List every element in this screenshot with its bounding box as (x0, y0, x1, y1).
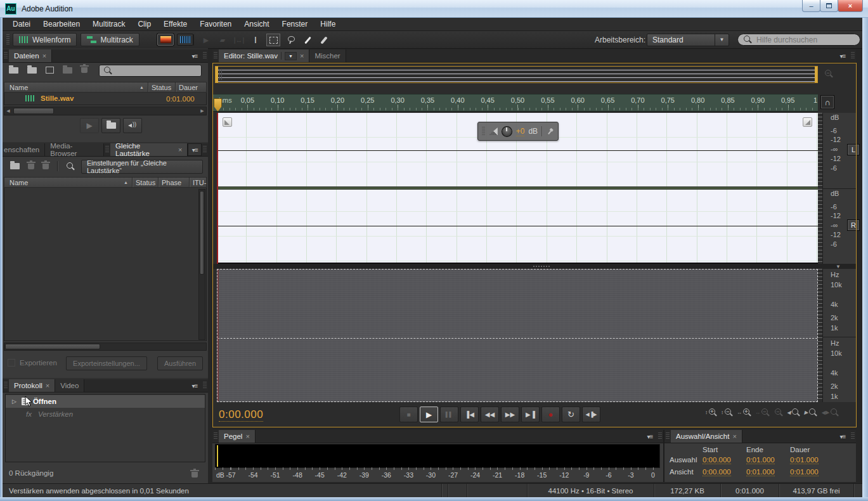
spectral-display-button[interactable] (157, 34, 174, 46)
waveform-display-button[interactable] (177, 34, 193, 46)
close-tab-icon[interactable]: × (245, 433, 249, 439)
overview-right-handle[interactable] (815, 67, 817, 82)
spectral-display[interactable] (217, 269, 818, 402)
tab-auswahl-ansicht[interactable]: Auswahl/Ansicht× (671, 430, 742, 443)
waveform-view-button[interactable]: Wellenform (13, 33, 77, 46)
channel-divider[interactable] (217, 187, 818, 189)
time-display[interactable]: 0:00.000 (219, 408, 263, 422)
panel-grip[interactable] (851, 433, 855, 440)
column-status[interactable]: Status (133, 179, 158, 186)
menu-item[interactable]: Clip (131, 18, 157, 30)
scan-icon[interactable] (66, 162, 74, 171)
spot-healing-brush-tool[interactable] (318, 34, 330, 46)
scrollbar-thumb[interactable] (13, 108, 54, 114)
overview-grip[interactable] (219, 69, 223, 80)
panel-grip[interactable] (851, 52, 855, 60)
column-itu[interactable]: ITU- (190, 179, 206, 186)
loop-playback-button[interactable]: ↻ (562, 407, 580, 422)
zoom-in-selection-left-button[interactable]: ◀ (787, 408, 800, 417)
open-file-icon[interactable] (9, 67, 18, 74)
panel-grip[interactable] (4, 382, 8, 389)
tab-video[interactable]: Video (55, 379, 84, 392)
panel-grip[interactable] (658, 433, 662, 440)
play-button[interactable]: ▶ (420, 407, 438, 422)
panel-menu-icon[interactable]: ▾≡ (188, 49, 202, 62)
match-vscrollbar[interactable] (198, 189, 205, 340)
volume-value[interactable]: +0 (516, 127, 525, 136)
close-tab-icon[interactable]: × (732, 433, 736, 439)
selection-start-value[interactable]: 0:00.000 (703, 468, 731, 476)
new-content-icon[interactable] (46, 67, 54, 74)
close-tab-icon[interactable]: × (178, 146, 182, 153)
column-dauer[interactable]: Dauer (176, 84, 206, 91)
files-search[interactable] (99, 65, 202, 77)
zoom-in-time-button[interactable]: ↔+ (737, 408, 751, 417)
time-selection-tool-icon[interactable]: I (250, 34, 261, 46)
column-status[interactable]: Status (148, 84, 175, 91)
column-name[interactable]: Name (4, 179, 120, 186)
editor-dropdown-icon[interactable]: ▼ (285, 52, 297, 60)
pin-icon[interactable] (544, 126, 555, 137)
skip-to-start-button[interactable]: ▐◀ (460, 407, 479, 422)
record-button[interactable]: ● (541, 407, 560, 422)
zoom-out-amplitude-button[interactable]: ↕− (721, 408, 732, 417)
files-hscrollbar[interactable]: ◀ ▶ (4, 107, 207, 115)
panel-grip[interactable] (4, 52, 8, 60)
marquee-selection-tool[interactable] (266, 34, 280, 46)
tab-eigenschaften[interactable]: enschaften (3, 143, 45, 156)
menu-item[interactable]: Hilfe (314, 18, 342, 30)
tab-dateien[interactable]: Dateien× (9, 49, 52, 62)
import-file-icon[interactable] (27, 67, 37, 74)
files-autoplay-button[interactable] (123, 118, 142, 133)
selection-end-value[interactable]: 0:01.000 (746, 456, 775, 464)
selection-duration-value[interactable]: 0:01.000 (790, 456, 819, 464)
skip-selection-button[interactable]: ◀▐▶ (582, 407, 600, 422)
tab-gleiche-lautstaerke[interactable]: Gleiche Lautstärke× (110, 143, 188, 156)
zoom-in-amplitude-button[interactable]: ↕+ (705, 408, 716, 417)
selection-start-value[interactable]: 0:00.000 (703, 456, 731, 464)
selection-duration-value[interactable]: 0:01.000 (790, 468, 819, 476)
column-name[interactable]: Name (4, 84, 136, 91)
paintbrush-selection-tool[interactable] (302, 34, 313, 46)
scrollbar-thumb[interactable] (200, 191, 204, 275)
selection-end-value[interactable]: 0:01.000 (746, 468, 775, 476)
menu-item[interactable]: Effekte (157, 18, 193, 30)
panel-menu-icon[interactable]: ▾≡ (836, 430, 850, 443)
playhead-line[interactable] (217, 113, 218, 264)
match-settings-button[interactable]: Einstellungen für „Gleiche Lautstärke“ (81, 160, 203, 174)
panel-menu-icon[interactable]: ▾≡ (188, 379, 202, 392)
panel-grip[interactable] (105, 146, 109, 153)
left-channel-badge[interactable]: L (847, 144, 860, 155)
match-hscrollbar[interactable] (4, 342, 207, 351)
close-tab-icon[interactable]: × (46, 382, 49, 389)
timeline-ruler[interactable]: hms 0,050,100,150,200,250,300,350,400,45… (213, 94, 818, 112)
help-search[interactable] (737, 34, 860, 46)
overview-navigator[interactable] (215, 66, 818, 83)
history-entry-verstaerken[interactable]: fx Verstärken (6, 408, 205, 420)
minimize-button[interactable]: – (802, 0, 820, 12)
level-meter[interactable] (215, 444, 660, 468)
multitrack-view-button[interactable]: Multitrack (81, 33, 139, 46)
panel-grip[interactable] (203, 52, 207, 60)
lasso-selection-tool[interactable] (285, 34, 297, 46)
menu-item[interactable]: Ansicht (238, 18, 275, 30)
tab-media-browser[interactable]: Media-Browser (45, 143, 104, 156)
files-search-input[interactable] (115, 67, 191, 75)
tab-pegel[interactable]: Pegel× (219, 430, 256, 443)
titlebar[interactable]: Au Adobe Audition – × (0, 0, 868, 18)
menu-item[interactable]: Favoriten (193, 18, 238, 30)
fade-out-handle[interactable] (803, 117, 812, 127)
volume-knob[interactable] (502, 126, 512, 137)
snap-magnet-button[interactable]: ∩ (820, 95, 834, 109)
right-channel-badge[interactable]: R (847, 219, 860, 231)
menu-item[interactable]: Multitrack (86, 18, 131, 30)
history-expand-icon[interactable]: ▷ (12, 398, 16, 405)
toolbar-grip[interactable] (6, 34, 10, 46)
rewind-button[interactable]: ◀◀ (481, 407, 499, 422)
tab-editor[interactable]: Editor: Stille.wav ▼ × (219, 49, 309, 62)
fast-forward-button[interactable]: ▶▶ (501, 407, 519, 422)
menu-item[interactable]: Datei (6, 18, 37, 30)
add-files-icon[interactable] (10, 163, 20, 169)
volume-hud[interactable]: +0 dB (477, 122, 559, 141)
file-row-stille[interactable]: Stille.wav (25, 94, 74, 102)
